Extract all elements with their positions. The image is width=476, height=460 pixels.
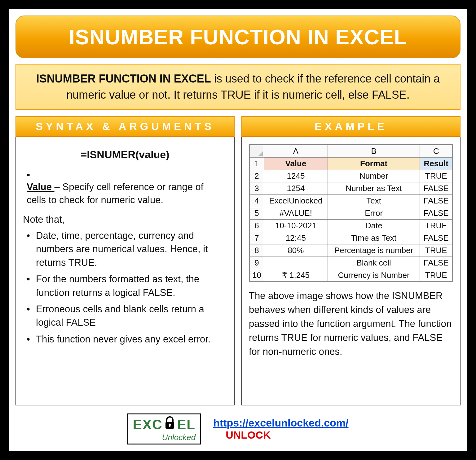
cell-value — [264, 257, 328, 269]
table-row: 31254Number as TextFALSE — [250, 182, 452, 195]
header-result: Result — [420, 158, 452, 170]
note-item: •Date, time, percentage, currency and nu… — [27, 229, 227, 269]
note-item: •For the numbers formatted as text, the … — [27, 272, 227, 299]
svg-rect-2 — [169, 425, 170, 427]
note-lead: Note that, — [23, 214, 227, 225]
row-number: 9 — [250, 257, 264, 269]
two-column-layout: SYNTAX & ARGUMENTS =ISNUMER(value) ▪ Val… — [15, 116, 461, 405]
cell-result: TRUE — [420, 244, 452, 257]
table-row: 10₹ 1,245Currency is NumberTRUE — [250, 269, 452, 282]
footer-text-block: https://excelunlocked.com/ UNLOCK — [213, 417, 348, 441]
syntax-heading: SYNTAX & ARGUMENTS — [15, 116, 235, 137]
logo-subtext: Unlocked — [133, 433, 196, 442]
cell-value: 1254 — [264, 182, 328, 195]
row-number: 5 — [250, 207, 264, 220]
cell-format: Percentage is number — [328, 244, 420, 257]
note-text: Erroneous cells and blank cells return a… — [36, 302, 227, 329]
table-row: 9Blank cellFALSE — [250, 257, 452, 269]
argument-description: ▪ Value – Specify cell reference or rang… — [27, 169, 227, 207]
cell-format: Date — [328, 220, 420, 232]
col-header-a: A — [264, 145, 328, 158]
note-text: Date, time, percentage, currency and num… — [36, 229, 227, 269]
table-row: 880%Percentage is numberTRUE — [250, 244, 452, 257]
example-caption: The above image shows how the ISNUMBER b… — [249, 289, 453, 359]
syntax-body: =ISNUMER(value) ▪ Value – Specify cell r… — [15, 137, 235, 405]
table-row: 1 Value Format Result — [250, 158, 452, 170]
cell-value: #VALUE! — [264, 207, 328, 220]
cell-format: Currency is Number — [328, 269, 420, 282]
bullet-dot-icon: • — [27, 272, 36, 299]
cell-format: Number — [328, 170, 420, 182]
example-body: A B C 1 Value Format Result 21245NumberT… — [241, 137, 461, 405]
argument-name: Value — [27, 181, 55, 192]
cell-format: Error — [328, 207, 420, 220]
logo-text-left: EXC — [133, 417, 162, 432]
note-text: This function never gives any excel erro… — [36, 333, 210, 346]
syntax-formula: =ISNUMER(value) — [23, 149, 227, 161]
table-row: 712:45Time as TextFALSE — [250, 232, 452, 244]
intro-strong: ISNUMBER FUNCTION IN EXCEL — [36, 72, 211, 85]
bullet-dot-icon: • — [27, 333, 36, 346]
row-number: 1 — [250, 158, 264, 170]
cell-format: Blank cell — [328, 257, 420, 269]
cell-result: FALSE — [420, 182, 452, 195]
cell-value: ExcelUnlocked — [264, 195, 328, 207]
col-header-c: C — [420, 145, 452, 158]
logo-top-line: EXC EL — [133, 416, 196, 433]
table-row: 610-10-2021DateTRUE — [250, 220, 452, 232]
row-number: 8 — [250, 244, 264, 257]
syntax-column: SYNTAX & ARGUMENTS =ISNUMER(value) ▪ Val… — [15, 116, 235, 405]
example-heading: EXAMPLE — [241, 116, 461, 137]
bullet-dot-icon: • — [27, 302, 36, 329]
cell-result: FALSE — [420, 207, 452, 220]
table-row: 21245NumberTRUE — [250, 170, 452, 182]
row-number: 2 — [250, 170, 264, 182]
example-table-wrapper: A B C 1 Value Format Result 21245NumberT… — [249, 144, 453, 282]
note-text: For the numbers formatted as text, the f… — [36, 272, 227, 299]
logo-text-right: EL — [177, 417, 196, 432]
row-number: 3 — [250, 182, 264, 195]
cell-format: Number as Text — [328, 182, 420, 195]
row-number: 7 — [250, 232, 264, 244]
row-number: 4 — [250, 195, 264, 207]
example-column: EXAMPLE A B C 1 Value Format — [241, 116, 461, 405]
square-bullet-icon: ▪ — [27, 169, 35, 181]
col-header-b: B — [328, 145, 420, 158]
site-url-link[interactable]: https://excelunlocked.com/ — [213, 417, 348, 429]
cell-format: Time as Text — [328, 232, 420, 244]
cell-value: 12:45 — [264, 232, 328, 244]
page-title: ISNUMBER FUNCTION IN EXCEL — [15, 16, 461, 58]
unlock-label: UNLOCK — [213, 429, 348, 441]
footer: EXC EL Unlocked https://excelunlocked.co… — [15, 413, 461, 444]
cell-value: ₹ 1,245 — [264, 269, 328, 282]
note-item: •This function never gives any excel err… — [27, 333, 227, 346]
header-value: Value — [264, 158, 328, 170]
bullet-dot-icon: • — [27, 229, 36, 269]
notes-list: •Date, time, percentage, currency and nu… — [23, 229, 227, 346]
cell-value: 80% — [264, 244, 328, 257]
cell-result: TRUE — [420, 220, 452, 232]
header-format: Format — [328, 158, 420, 170]
padlock-icon — [164, 416, 176, 433]
cell-result: FALSE — [420, 232, 452, 244]
cell-result: TRUE — [420, 269, 452, 282]
note-item: •Erroneous cells and blank cells return … — [27, 302, 227, 329]
select-all-corner — [250, 145, 264, 158]
cell-value: 10-10-2021 — [264, 220, 328, 232]
document-canvas: ISNUMBER FUNCTION IN EXCEL ISNUMBER FUNC… — [9, 9, 467, 451]
row-number: 10 — [250, 269, 264, 282]
argument-text: Value – Specify cell reference or range … — [27, 181, 218, 207]
cell-value: 1245 — [264, 170, 328, 182]
intro-description: ISNUMBER FUNCTION IN EXCEL is used to ch… — [15, 64, 461, 110]
table-row: 5#VALUE!ErrorFALSE — [250, 207, 452, 220]
row-number: 6 — [250, 220, 264, 232]
cell-result: FALSE — [420, 257, 452, 269]
cell-format: Text — [328, 195, 420, 207]
example-table: A B C 1 Value Format Result 21245NumberT… — [249, 145, 452, 282]
cell-result: TRUE — [420, 170, 452, 182]
table-header-row: A B C — [250, 145, 452, 158]
table-row: 4ExcelUnlockedTextFALSE — [250, 195, 452, 207]
brand-logo: EXC EL Unlocked — [127, 413, 201, 444]
cell-result: FALSE — [420, 195, 452, 207]
